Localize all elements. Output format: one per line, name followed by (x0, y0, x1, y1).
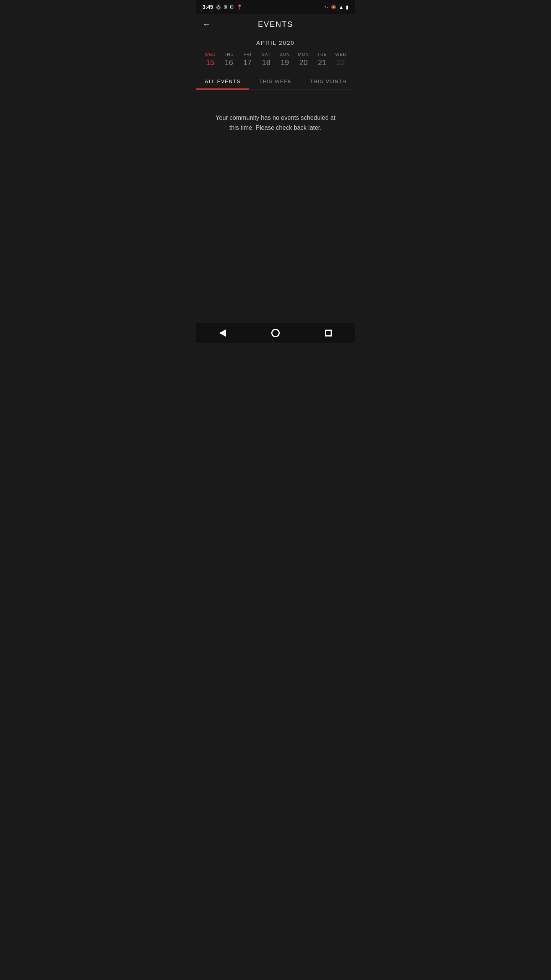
back-nav-icon (219, 329, 226, 337)
tab-this-month[interactable]: THIS MONTH (302, 73, 355, 90)
status-bar-right: 🗝 🔕 ▲ ▮ (324, 4, 349, 10)
day-item[interactable]: SUN19 (277, 52, 292, 67)
status-time: 3:45 (202, 4, 213, 10)
tab-all-events[interactable]: ALL EVENTS (196, 73, 249, 90)
day-number: 18 (262, 58, 271, 67)
status-bar-left: 3:45 ◎ ⊞ ⊡ 📍 (202, 4, 243, 10)
badge-icon-1: ⊞ (223, 5, 227, 10)
day-item[interactable]: THU16 (221, 52, 236, 67)
recents-nav-icon (325, 330, 332, 336)
home-nav-icon (271, 329, 280, 337)
day-number: 21 (318, 58, 326, 67)
bell-mute-icon: 🔕 (331, 5, 336, 10)
wifi-icon: ▲ (339, 4, 344, 10)
day-name: SAT (262, 52, 271, 57)
recents-nav-button[interactable] (302, 326, 355, 340)
tabs-container: ALL EVENTSTHIS WEEKTHIS MONTH (196, 73, 355, 90)
back-nav-button[interactable] (196, 326, 249, 340)
day-number: 16 (225, 58, 233, 67)
day-name: SUN (280, 52, 290, 57)
day-number: 20 (299, 58, 308, 67)
tab-this-week[interactable]: THIS WEEK (249, 73, 302, 90)
badge-icon-2: ⊡ (230, 5, 233, 10)
day-item[interactable]: WED22 (333, 52, 349, 67)
top-bar: ← EVENTS (196, 14, 355, 35)
key-icon: 🗝 (324, 5, 329, 9)
day-item[interactable]: FRI17 (240, 52, 255, 67)
back-button[interactable]: ← (202, 20, 211, 29)
day-number: 15 (206, 58, 214, 67)
day-number: 17 (243, 58, 252, 67)
home-nav-button[interactable] (249, 326, 302, 340)
day-item[interactable]: WED15 (202, 52, 218, 67)
day-item[interactable]: TUE21 (315, 52, 330, 67)
day-name: TUE (317, 52, 327, 57)
day-name: MON (298, 52, 309, 57)
battery-icon: ▮ (346, 4, 349, 10)
day-name: WED (335, 52, 346, 57)
day-item[interactable]: MON20 (296, 52, 311, 67)
day-name: FRI (244, 52, 252, 57)
back-arrow-icon: ← (202, 20, 211, 29)
empty-state-text: Your community has no events scheduled a… (212, 113, 339, 132)
status-bar: 3:45 ◎ ⊞ ⊡ 📍 🗝 🔕 ▲ ▮ (196, 0, 355, 14)
day-number: 22 (337, 58, 345, 67)
month-year-header: APRIL 2020 (196, 35, 355, 52)
circle-icon: ◎ (216, 4, 220, 10)
empty-state: Your community has no events scheduled a… (196, 90, 355, 323)
day-name: WED (205, 52, 216, 57)
bottom-nav (196, 323, 355, 343)
location-icon: 📍 (236, 4, 243, 10)
day-name: THU (224, 52, 234, 57)
page-title: EVENTS (258, 20, 293, 29)
week-row: WED15THU16FRI17SAT18SUN19MON20TUE21WED22 (196, 52, 355, 73)
day-item[interactable]: SAT18 (259, 52, 274, 67)
day-number: 19 (280, 58, 289, 67)
